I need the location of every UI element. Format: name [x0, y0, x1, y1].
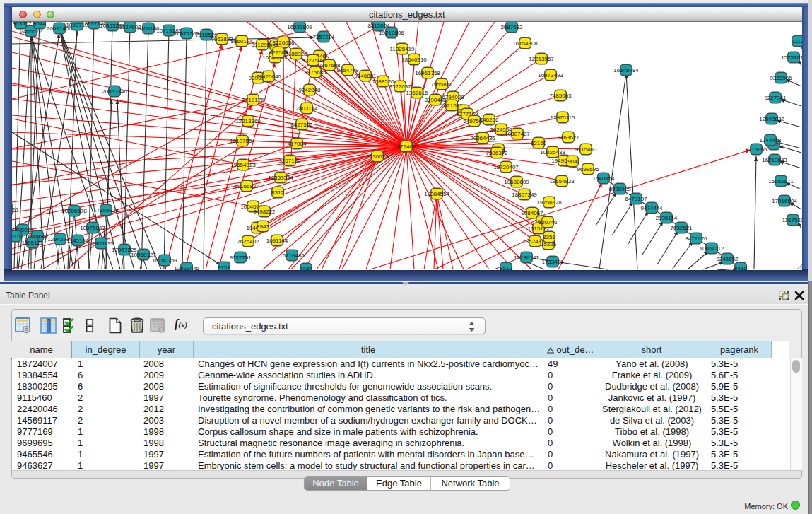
svg-text:12213369: 12213369	[235, 118, 261, 124]
svg-text:20364436: 20364436	[470, 135, 495, 141]
svg-text:16033809: 16033809	[287, 24, 312, 30]
svg-text:18724007: 18724007	[394, 144, 419, 150]
svg-text:1145194: 1145194	[67, 238, 89, 244]
svg-text:1530025: 1530025	[366, 153, 389, 160]
svg-text:19384554: 19384554	[424, 191, 449, 197]
svg-text:7485063: 7485063	[549, 93, 572, 99]
svg-text:9415: 9415	[734, 265, 747, 270]
svg-text:1691144: 1691144	[266, 238, 288, 244]
svg-text:8471676: 8471676	[685, 235, 707, 242]
svg-text:8186328: 8186328	[285, 51, 307, 57]
svg-text:9644: 9644	[33, 22, 46, 27]
svg-text:8322037: 8322037	[389, 83, 411, 90]
svg-text:19654923: 19654923	[230, 162, 256, 168]
svg-text:12213967: 12213967	[529, 56, 554, 62]
svg-text:3267130: 3267130	[278, 158, 301, 164]
svg-text:9115460: 9115460	[575, 146, 597, 153]
svg-text:16961758: 16961758	[415, 70, 440, 76]
svg-text:1244418: 1244418	[759, 137, 782, 144]
svg-text:7632621: 7632621	[670, 225, 693, 231]
svg-text:10654112: 10654112	[700, 245, 725, 252]
svg-text:17016504: 17016504	[772, 198, 797, 204]
svg-text:120746: 120746	[539, 219, 558, 226]
svg-text:2087682: 2087682	[500, 24, 523, 30]
svg-text:7386372: 7386372	[486, 150, 508, 156]
svg-text:19218506: 19218506	[379, 30, 404, 36]
svg-text:15692971: 15692971	[768, 178, 794, 185]
svg-text:3875685: 3875685	[304, 69, 326, 76]
svg-text:17359924: 17359924	[93, 207, 119, 214]
svg-text:19654923: 19654923	[549, 178, 575, 185]
svg-text:9242848: 9242848	[298, 87, 321, 93]
svg-text:16648784: 16648784	[613, 67, 639, 74]
svg-text:8215955: 8215955	[745, 146, 767, 153]
svg-text:9245652: 9245652	[716, 256, 739, 262]
svg-text:18720407: 18720407	[493, 164, 519, 170]
svg-text:1905132: 1905132	[21, 240, 44, 246]
svg-text:7955812: 7955812	[430, 81, 453, 88]
svg-text:12093832: 12093832	[759, 116, 784, 122]
svg-text:20206578: 20206578	[61, 208, 87, 214]
svg-text:8427552: 8427552	[290, 122, 313, 128]
svg-text:10807487: 10807487	[505, 131, 530, 137]
svg-text:39157: 39157	[12, 233, 24, 240]
svg-text:7663822: 7663822	[211, 36, 233, 42]
svg-text:1362615: 1362615	[406, 90, 428, 96]
svg-text:7625402: 7625402	[237, 238, 259, 245]
svg-text:12975115: 12975115	[551, 115, 576, 121]
svg-text:8938923: 8938923	[608, 186, 631, 192]
svg-text:9474444: 9474444	[640, 205, 663, 211]
svg-text:2718176: 2718176	[242, 97, 264, 103]
svg-text:16154808: 16154808	[512, 40, 538, 47]
svg-text:8660124: 8660124	[230, 38, 253, 45]
svg-text:10688609: 10688609	[504, 179, 529, 185]
svg-text:8943: 8943	[257, 223, 269, 230]
svg-text:16107554: 16107554	[230, 138, 255, 144]
svg-text:19756928: 19756928	[536, 199, 562, 206]
svg-text:8312: 8312	[271, 189, 284, 196]
svg-text:1117: 1117	[792, 38, 802, 45]
svg-text:16210643: 16210643	[762, 157, 787, 163]
svg-text:9463627: 9463627	[557, 134, 579, 141]
svg-text:1245: 1245	[300, 266, 312, 270]
svg-text:15751074: 15751074	[781, 54, 801, 61]
svg-text:7357224: 7357224	[312, 34, 335, 40]
svg-text:417004: 417004	[288, 141, 307, 147]
svg-text:9512: 9512	[500, 265, 512, 270]
svg-text:8351: 8351	[543, 234, 555, 240]
svg-text:11325419: 11325419	[390, 46, 416, 52]
svg-text:8751: 8751	[218, 264, 230, 270]
svg-text:20053346: 20053346	[102, 88, 127, 95]
svg-text:1167533: 1167533	[782, 217, 802, 223]
svg-text:18640910: 18640910	[401, 57, 427, 63]
svg-text:1733426: 1733426	[541, 259, 564, 265]
svg-text:2803144: 2803144	[295, 105, 318, 112]
svg-text:1640954: 1640954	[592, 175, 615, 182]
svg-text:9699695: 9699695	[577, 166, 599, 173]
svg-text:8226058: 8226058	[272, 40, 295, 46]
svg-text:9227341: 9227341	[764, 95, 787, 101]
svg-text:2626520: 2626520	[12, 206, 18, 213]
svg-text:23420046: 23420046	[256, 74, 281, 80]
svg-text:15136141: 15136141	[514, 255, 539, 261]
svg-text:6479197: 6479197	[625, 196, 647, 202]
svg-text:9498222: 9498222	[253, 209, 276, 215]
svg-text:16782759: 16782759	[152, 257, 177, 264]
svg-text:746266: 746266	[480, 117, 499, 123]
svg-text:62160: 62160	[531, 140, 547, 146]
svg-text:9657791: 9657791	[229, 255, 252, 261]
svg-text:19166827: 19166827	[234, 183, 259, 189]
svg-text:12905135: 12905135	[88, 240, 114, 247]
svg-text:18807249: 18807249	[512, 192, 537, 198]
svg-text:9329966: 9329966	[770, 75, 792, 81]
svg-text:12923446: 12923446	[174, 265, 199, 270]
svg-text:904: 904	[567, 158, 577, 165]
svg-text:15716485: 15716485	[279, 252, 305, 259]
svg-text:2935114: 2935114	[656, 215, 678, 221]
svg-text:12353594: 12353594	[268, 175, 293, 181]
svg-text:10975867: 10975867	[80, 225, 105, 231]
svg-text:10973493: 10973493	[538, 72, 563, 78]
